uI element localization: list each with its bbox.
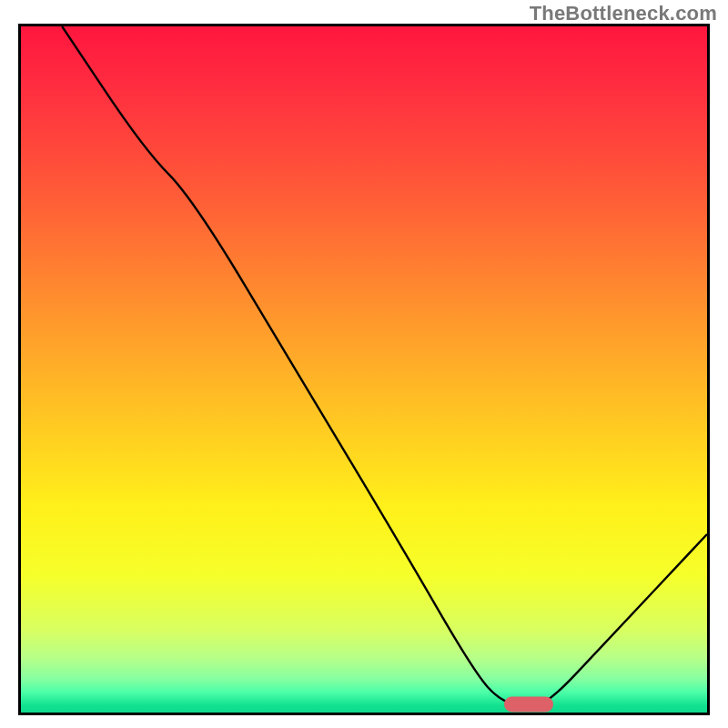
watermark-text: TheBottleneck.com <box>530 2 717 25</box>
curve-path <box>62 26 707 705</box>
bottleneck-curve <box>21 26 707 713</box>
chart-frame: TheBottleneck.com <box>0 0 728 728</box>
plot-area <box>18 24 710 715</box>
minimum-marker <box>504 696 553 712</box>
